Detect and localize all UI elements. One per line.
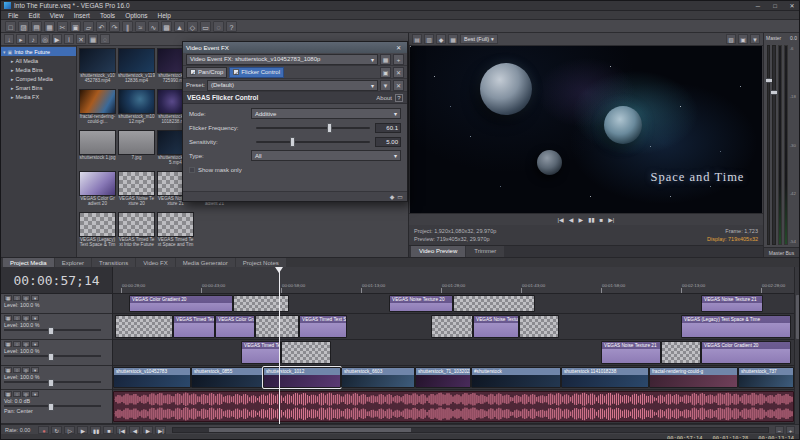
- media-thumbnail-vegas-timed-text-into-the-future[interactable]: VEGAS Timed Text Into the Future: [118, 212, 155, 252]
- new-project-icon[interactable]: □: [5, 21, 16, 32]
- save-snapshot-icon[interactable]: ▼: [750, 34, 760, 44]
- generated-media-clip[interactable]: VEGAS Timed Text Into the Future: [241, 341, 281, 364]
- generated-media-clip[interactable]: VEGAS Noise Texture 20: [389, 295, 453, 312]
- track-mute-icon[interactable]: ○: [13, 391, 21, 397]
- prev-frame-button[interactable]: ◀: [129, 426, 140, 434]
- track-more-icon[interactable]: ▾: [31, 367, 39, 373]
- transparent-clip[interactable]: [431, 315, 473, 338]
- media-thumbnail-vegas-legacy-text-space-time[interactable]: VEGAS (Legacy) Text Space & Time: [79, 212, 116, 252]
- generated-media-clip[interactable]: VEGAS Color Gradient 21: [215, 315, 255, 338]
- time-ruler[interactable]: 00:00:28;0000:00:43;0000:00:58;0000:01:1…: [113, 267, 794, 294]
- tab-trimmer[interactable]: Trimmer: [466, 246, 504, 257]
- video-event-clip[interactable]: #shutterstock: [471, 367, 561, 388]
- generated-media-clip[interactable]: VEGAS Color Gradient 20: [701, 341, 791, 364]
- tab-video-preview[interactable]: Video Preview: [411, 246, 465, 257]
- preview-go-to-end-button[interactable]: ▶|: [608, 214, 614, 226]
- tree-root-into-the-future[interactable]: ▾▣Into the Future: [1, 47, 76, 56]
- enable-snapping-icon[interactable]: ∥: [122, 21, 133, 32]
- ignore-event-grouping-icon[interactable]: ▩: [161, 21, 172, 32]
- track-solo-icon[interactable]: ◎: [22, 315, 30, 321]
- zoom-out-button[interactable]: −: [775, 426, 784, 434]
- track-fx-icon[interactable]: ▦: [4, 295, 12, 301]
- split-screen-view-icon[interactable]: ▦: [448, 34, 458, 44]
- render-as-icon[interactable]: ▦: [44, 21, 55, 32]
- menu-options[interactable]: Options: [120, 11, 152, 19]
- timeline-track-2[interactable]: VEGAS Timed Text Into the FutureVEGAS Co…: [113, 314, 794, 340]
- auto-ripple-icon[interactable]: ≈: [135, 21, 146, 32]
- next-frame-button[interactable]: ▶: [142, 426, 153, 434]
- media-thumbnail-shutterstock-1-jpg[interactable]: shutterstock 1.jpg: [79, 130, 116, 170]
- master-bus-tab[interactable]: Master Bus: [764, 247, 799, 257]
- slider-handle[interactable]: [327, 123, 332, 133]
- transparent-clip[interactable]: [281, 341, 331, 364]
- zoom-edit-tool-icon[interactable]: ◌: [213, 21, 224, 32]
- video-event-clip[interactable]: shutterstock_1012: [263, 367, 341, 388]
- transparent-clip[interactable]: [519, 315, 559, 338]
- timeline-horizontal-scrollbar[interactable]: [172, 427, 769, 433]
- stop-button[interactable]: ■: [103, 426, 114, 434]
- keyframe-layout-icon[interactable]: ▭: [397, 193, 403, 200]
- sensitivity-slider[interactable]: [256, 141, 370, 143]
- lock-envelopes-icon[interactable]: ∿: [148, 21, 159, 32]
- timeline-vertical-scrollbar[interactable]: [794, 267, 800, 424]
- transparent-clip[interactable]: [661, 341, 701, 364]
- fx-close-icon[interactable]: ✕: [393, 44, 404, 51]
- generated-media-clip[interactable]: VEGAS Noise Texture 21: [601, 341, 661, 364]
- video-track-header-2[interactable]: ▦○◎▾Level: 100.0 %: [1, 314, 112, 340]
- envelope-edit-tool-icon[interactable]: ◇: [187, 21, 198, 32]
- minimize-button[interactable]: ─: [751, 1, 765, 11]
- copy-icon[interactable]: ▣: [70, 21, 81, 32]
- copy-snapshot-icon[interactable]: ▣: [738, 34, 748, 44]
- timeline-track-5[interactable]: [113, 390, 794, 424]
- capture-video-icon[interactable]: ▸: [16, 34, 26, 44]
- remove-plugin-icon[interactable]: ✕: [393, 67, 404, 78]
- scrollbar-thumb[interactable]: [209, 428, 411, 432]
- tree-item-media-fx[interactable]: ▸Media FX: [1, 92, 76, 101]
- media-thumbnail-vegas-timed-text-space-and-time[interactable]: VEGAS Timed Text Space and Time: [157, 212, 194, 252]
- video-track-header-3[interactable]: ▦○◎▾Level: 100.0 %: [1, 340, 112, 366]
- dock-tab-explorer[interactable]: Explorer: [55, 258, 91, 267]
- video-event-clip[interactable]: fractal-rendering-could-g: [649, 367, 738, 388]
- project-video-properties-icon[interactable]: ▤: [412, 34, 422, 44]
- generated-media-clip[interactable]: VEGAS Noise Texture 21: [701, 295, 763, 312]
- video-event-clip[interactable]: shutterstock_71_1032023: [415, 367, 471, 388]
- menu-edit[interactable]: Edit: [23, 11, 44, 19]
- track-mute-icon[interactable]: ○: [13, 315, 21, 321]
- menu-view[interactable]: View: [45, 11, 69, 19]
- video-track-header-4[interactable]: ▦○◎▾Level: 100.0 %: [1, 366, 112, 390]
- open-project-icon[interactable]: ▨: [18, 21, 29, 32]
- whats-this-help-icon[interactable]: ?: [226, 21, 237, 32]
- fader-handle[interactable]: [770, 90, 778, 95]
- track-level-slider[interactable]: [4, 381, 101, 383]
- external-monitor-icon[interactable]: ▥: [424, 34, 434, 44]
- audio-track-header-5[interactable]: ▦○◎▾Vol: 0.0 dBPan: Center: [1, 390, 112, 424]
- play-button[interactable]: ▶: [77, 426, 88, 434]
- tree-item-media-bins[interactable]: ▸Media Bins: [1, 65, 76, 74]
- track-mute-icon[interactable]: ○: [13, 367, 21, 373]
- transparent-clip[interactable]: [255, 315, 299, 338]
- selection-edit-tool-icon[interactable]: ▭: [200, 21, 211, 32]
- preview-go-to-start-button[interactable]: |◀: [558, 214, 564, 226]
- menu-insert[interactable]: Insert: [69, 11, 95, 19]
- play-from-start-button[interactable]: ▷: [64, 426, 75, 434]
- save-project-icon[interactable]: ▤: [31, 21, 42, 32]
- media-thumbnail-7-jpg[interactable]: 7.jpg: [118, 130, 155, 170]
- undo-icon[interactable]: ↶: [96, 21, 107, 32]
- preview-media-icon[interactable]: ▶: [52, 34, 62, 44]
- mode-dropdown[interactable]: Additive ▾: [251, 108, 401, 119]
- preset-dropdown[interactable]: (Default) ▾: [207, 80, 378, 91]
- track-more-icon[interactable]: ▾: [31, 315, 39, 321]
- generated-media-clip[interactable]: VEGAS Timed Text Space and Time: [299, 315, 347, 338]
- master-fader-left[interactable]: [767, 45, 770, 245]
- import-media-icon[interactable]: ↓: [4, 34, 14, 44]
- delete-preset-icon[interactable]: ✕: [393, 80, 404, 91]
- video-output-fx-icon[interactable]: ◆: [436, 34, 446, 44]
- fx-dialog-titlebar[interactable]: Video Event FX ✕: [183, 42, 407, 53]
- frequency-slider[interactable]: [256, 127, 370, 129]
- extract-audio-icon[interactable]: ♪: [28, 34, 38, 44]
- plugin-checkbox[interactable]: ✓: [233, 69, 239, 75]
- timeline-track-4[interactable]: shutterstock_v10452783shutterstock_0855s…: [113, 366, 794, 390]
- frequency-value[interactable]: 60.1: [375, 123, 401, 133]
- dock-tab-media-generator[interactable]: Media Generator: [176, 258, 235, 267]
- show-mask-checkbox[interactable]: [189, 167, 195, 173]
